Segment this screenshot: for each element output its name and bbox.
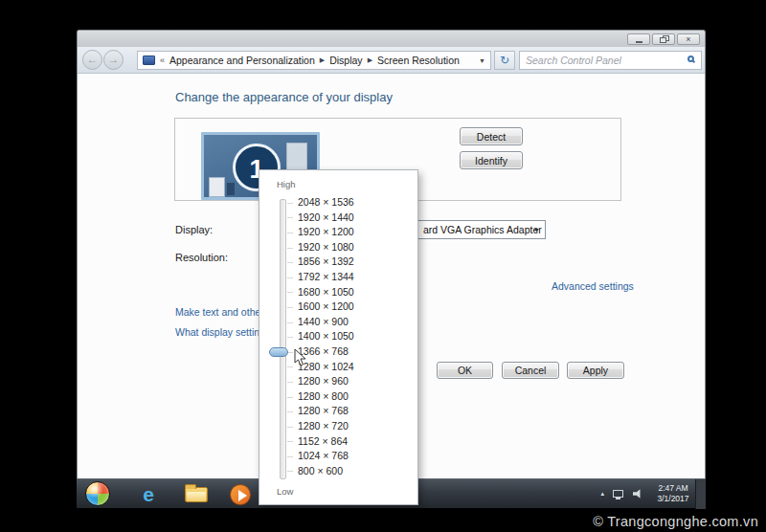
identify-button[interactable]: Identify <box>460 151 523 169</box>
window-titlebar[interactable]: × <box>78 31 705 47</box>
breadcrumb-dropdown-icon[interactable]: ▼ <box>479 57 485 64</box>
clock-date: 3/1/2017 <box>648 494 698 504</box>
resolution-option[interactable]: 1792 × 1344 <box>298 270 413 285</box>
display-label: Display: <box>175 224 213 235</box>
detect-button[interactable]: Detect <box>460 127 523 145</box>
resolution-option[interactable]: 1280 × 1024 <box>298 360 413 375</box>
resolution-slider-track[interactable] <box>280 199 286 479</box>
forward-icon: → <box>108 53 120 66</box>
speaker-icon[interactable] <box>633 489 642 499</box>
resolution-option[interactable]: 1366 × 768 <box>298 344 413 360</box>
resolution-option[interactable]: 1024 × 768 <box>298 449 413 464</box>
resolution-option[interactable]: 800 × 600 <box>298 464 413 479</box>
folder-icon <box>185 487 208 502</box>
resolution-option[interactable]: 1856 × 1392 <box>298 255 413 270</box>
resolution-label: Resolution: <box>175 252 228 263</box>
refresh-button[interactable]: ↻ <box>494 51 515 70</box>
resolution-option[interactable]: 1152 × 864 <box>298 434 413 450</box>
make-text-larger-link[interactable]: Make text and other <box>175 306 264 318</box>
resolution-option[interactable]: 2048 × 1536 <box>298 195 413 211</box>
adapter-dropdown-value: ard VGA Graphics Adapter <box>423 224 542 235</box>
apply-button[interactable]: Apply <box>567 362 624 379</box>
close-icon: × <box>686 35 690 44</box>
resolution-slider-popup: High 2048 × 15361920 × 14401920 × 120019… <box>259 169 418 505</box>
mouse-cursor-icon <box>294 348 306 366</box>
restore-button[interactable] <box>652 33 675 45</box>
restore-icon <box>660 35 668 43</box>
search-icon[interactable] <box>687 55 694 62</box>
resolution-option[interactable]: 1280 × 960 <box>298 374 413 389</box>
minimize-icon <box>636 41 642 43</box>
watermark: © Trangcongnghe.com.vn <box>593 514 758 529</box>
media-player-icon[interactable] <box>228 482 253 506</box>
minimize-button[interactable] <box>627 33 650 45</box>
breadcrumb-item-display[interactable]: Display <box>329 55 362 66</box>
tray-expand-icon[interactable]: ▴ <box>600 490 604 498</box>
slider-high-label: High <box>277 179 296 189</box>
breadcrumb[interactable]: « Appearance and Personalization ▶ Displ… <box>137 51 491 70</box>
close-button[interactable]: × <box>677 33 700 45</box>
forward-button[interactable]: → <box>103 50 124 70</box>
chevron-down-icon: ▼ <box>533 227 540 233</box>
breadcrumb-item-screen-resolution[interactable]: Screen Resolution <box>377 55 460 66</box>
desktop: × ← → « Appearance and Personalization ▶… <box>77 30 706 508</box>
resolution-option[interactable]: 1400 × 1050 <box>298 329 413 344</box>
clock-time: 2:47 AM <box>648 483 698 494</box>
cancel-button[interactable]: Cancel <box>502 362 559 379</box>
resolution-option[interactable]: 1280 × 800 <box>298 389 413 405</box>
resolution-option[interactable]: 1920 × 1200 <box>298 225 413 240</box>
resolution-option[interactable]: 1280 × 768 <box>298 404 413 419</box>
navigation-bar: ← → « Appearance and Personalization ▶ D… <box>78 47 705 74</box>
what-display-settings-link[interactable]: What display setting <box>175 326 265 338</box>
back-button[interactable]: ← <box>82 50 102 70</box>
resolution-option[interactable]: 1280 × 720 <box>298 419 413 434</box>
breadcrumb-item-appearance[interactable]: Appearance and Personalization <box>169 55 315 66</box>
preview-window-shape <box>209 177 225 197</box>
resolution-option[interactable]: 1680 × 1050 <box>298 285 413 300</box>
network-icon[interactable] <box>613 490 623 498</box>
ok-button[interactable]: OK <box>437 362 493 379</box>
slider-low-label: Low <box>277 486 293 497</box>
windows-explorer-icon[interactable] <box>184 482 209 506</box>
search-input[interactable] <box>520 52 683 69</box>
taskbar-clock[interactable]: 2:47 AM 3/1/2017 <box>648 483 698 504</box>
resolution-option[interactable]: 1920 × 1080 <box>298 240 413 255</box>
search-box <box>519 51 702 70</box>
preview-window-shape <box>227 183 235 195</box>
play-icon <box>230 484 251 505</box>
refresh-icon: ↻ <box>500 54 509 67</box>
breadcrumb-separator-icon: ▶ <box>368 56 372 64</box>
resolution-slider-handle[interactable] <box>269 347 288 357</box>
breadcrumb-chevron-icon[interactable]: « <box>160 55 165 65</box>
ie-glyph: e <box>143 483 154 506</box>
video-frame: × ← → « Appearance and Personalization ▶… <box>0 0 766 532</box>
resolution-option[interactable]: 1440 × 900 <box>298 315 413 330</box>
internet-explorer-icon[interactable]: e <box>136 482 161 506</box>
resolution-option[interactable]: 1600 × 1200 <box>298 299 413 315</box>
display-icon <box>143 55 155 65</box>
advanced-settings-link[interactable]: Advanced settings <box>552 280 634 292</box>
page-title: Change the appearance of your display <box>175 90 393 104</box>
back-icon: ← <box>87 53 99 66</box>
resolution-option[interactable]: 1920 × 1440 <box>298 211 413 226</box>
show-desktop-button[interactable] <box>695 479 706 509</box>
resolution-options-list: 2048 × 15361920 × 14401920 × 12001920 × … <box>298 195 413 478</box>
start-button[interactable] <box>85 481 110 506</box>
breadcrumb-separator-icon: ▶ <box>320 56 325 64</box>
